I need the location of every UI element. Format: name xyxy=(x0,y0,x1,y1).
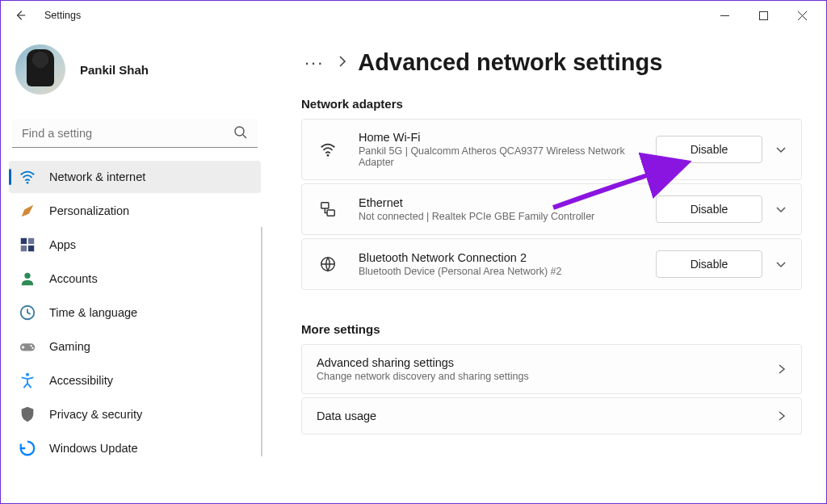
svg-point-13 xyxy=(327,154,330,157)
sidebar-item-accounts[interactable]: Accounts xyxy=(9,262,261,295)
ethernet-icon xyxy=(317,200,339,218)
clock-icon xyxy=(19,304,36,321)
setting-title: Advanced sharing settings xyxy=(317,356,777,369)
sidebar: Pankil Shah Network & internetPersonaliz… xyxy=(1,30,269,503)
accessibility-icon xyxy=(19,372,36,389)
svg-rect-14 xyxy=(321,203,329,208)
wifi-icon xyxy=(19,168,36,186)
minimize-button[interactable] xyxy=(705,2,744,28)
adapter-title: Home Wi-Fi xyxy=(359,131,656,144)
setting-title: Data usage xyxy=(317,410,777,422)
svg-point-12 xyxy=(26,373,29,376)
svg-rect-6 xyxy=(28,246,34,251)
adapter-subtitle: Not connected | Realtek PCIe GBE Family … xyxy=(359,211,656,222)
svg-rect-4 xyxy=(28,238,34,244)
sidebar-item-label: Accounts xyxy=(49,272,98,285)
disable-button-wifi[interactable]: Disable xyxy=(656,136,762,163)
sidebar-item-apps[interactable]: Apps xyxy=(9,229,261,261)
setting-subtitle: Change network discovery and sharing set… xyxy=(317,371,777,382)
setting-card-sharing[interactable]: Advanced sharing settings Change network… xyxy=(301,344,802,394)
disable-button-ethernet[interactable]: Disable xyxy=(656,195,762,223)
nav: Network & internetPersonalizationAppsAcc… xyxy=(9,161,261,464)
sidebar-item-privacy-security[interactable]: Privacy & security xyxy=(9,398,261,430)
update-icon xyxy=(19,439,36,457)
adapter-card-bluetooth[interactable]: Bluetooth Network Connection 2 Bluetooth… xyxy=(301,238,802,290)
section-title-more: More settings xyxy=(301,322,802,336)
adapter-title: Ethernet xyxy=(359,196,656,209)
sidebar-item-windows-update[interactable]: Windows Update xyxy=(9,432,261,464)
svg-rect-0 xyxy=(759,11,767,19)
sidebar-item-personalization[interactable]: Personalization xyxy=(9,195,261,227)
search-input[interactable] xyxy=(12,119,258,148)
sidebar-item-label: Network & internet xyxy=(49,170,145,183)
svg-rect-15 xyxy=(327,210,334,216)
sidebar-item-label: Windows Update xyxy=(49,442,138,455)
chevron-down-icon[interactable] xyxy=(775,144,787,155)
app-title: Settings xyxy=(44,10,81,21)
back-button[interactable] xyxy=(6,1,35,30)
disable-button-bluetooth[interactable]: Disable xyxy=(656,250,762,278)
maximize-icon xyxy=(759,11,768,20)
sidebar-item-label: Personalization xyxy=(49,204,129,217)
apps-icon xyxy=(19,236,36,254)
sidebar-item-network-internet[interactable]: Network & internet xyxy=(9,161,261,193)
adapter-list: Home Wi-Fi Pankil 5G | Qualcomm Atheros … xyxy=(301,119,802,290)
globe-icon xyxy=(317,255,339,273)
sidebar-item-label: Privacy & security xyxy=(49,408,142,421)
maximize-button[interactable] xyxy=(744,2,783,28)
sidebar-item-accessibility[interactable]: Accessibility xyxy=(9,364,261,397)
shield-icon xyxy=(19,405,36,423)
sidebar-item-label: Gaming xyxy=(49,340,90,353)
search-icon xyxy=(233,125,248,143)
setting-card-datausage[interactable]: Data usage xyxy=(301,397,802,435)
profile-name: Pankil Shah xyxy=(80,63,149,77)
person-icon xyxy=(19,270,36,288)
chevron-right-icon[interactable] xyxy=(777,410,787,422)
search-container xyxy=(12,119,258,148)
sidebar-item-time-language[interactable]: Time & language xyxy=(9,296,261,329)
svg-rect-5 xyxy=(21,246,27,251)
close-button[interactable] xyxy=(783,2,821,28)
section-title-adapters: Network adapters xyxy=(301,97,802,111)
arrow-left-icon xyxy=(15,10,26,21)
chevron-down-icon[interactable] xyxy=(775,258,787,270)
page-title: Advanced network settings xyxy=(358,49,662,76)
svg-point-1 xyxy=(235,127,244,136)
chevron-right-icon xyxy=(338,56,346,70)
content: ··· Advanced network settings Network ad… xyxy=(269,30,826,503)
breadcrumb: ··· Advanced network settings xyxy=(301,49,802,76)
adapter-subtitle: Pankil 5G | Qualcomm Atheros QCA9377 Wir… xyxy=(359,145,656,168)
sidebar-item-label: Time & language xyxy=(49,306,137,319)
sidebar-item-label: Accessibility xyxy=(49,374,113,387)
chevron-down-icon[interactable] xyxy=(775,204,787,215)
brush-icon xyxy=(19,202,36,220)
svg-point-7 xyxy=(24,273,30,279)
adapter-card-wifi[interactable]: Home Wi-Fi Pankil 5G | Qualcomm Atheros … xyxy=(301,119,802,180)
minimize-icon xyxy=(720,11,729,20)
more-settings-list: Advanced sharing settings Change network… xyxy=(301,344,802,435)
svg-rect-3 xyxy=(21,238,27,244)
scroll-indicator xyxy=(261,227,262,456)
avatar xyxy=(15,44,65,94)
chevron-right-icon[interactable] xyxy=(777,363,787,375)
wifi-icon xyxy=(317,141,339,158)
profile-block[interactable]: Pankil Shah xyxy=(9,40,261,114)
gamepad-icon xyxy=(19,338,36,355)
breadcrumb-ellipsis[interactable]: ··· xyxy=(301,52,327,74)
sidebar-item-gaming[interactable]: Gaming xyxy=(9,330,261,363)
svg-point-2 xyxy=(27,182,29,184)
adapter-subtitle: Bluetooth Device (Personal Area Network)… xyxy=(359,266,656,277)
svg-point-10 xyxy=(30,345,31,346)
adapter-card-ethernet[interactable]: Ethernet Not connected | Realtek PCIe GB… xyxy=(301,183,802,235)
svg-point-11 xyxy=(31,347,33,349)
adapter-title: Bluetooth Network Connection 2 xyxy=(359,251,656,264)
close-icon xyxy=(798,11,807,20)
sidebar-item-label: Apps xyxy=(49,238,76,251)
